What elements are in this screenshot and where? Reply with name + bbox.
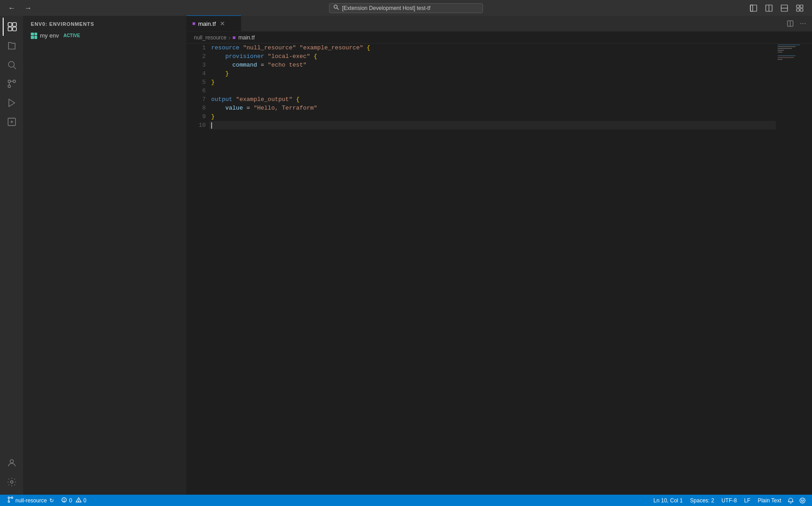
env-item[interactable]: my env ACTIVE	[24, 30, 186, 41]
token	[264, 53, 268, 60]
line-number-2: 2	[187, 52, 206, 61]
status-branch[interactable]: null-resource ↻	[4, 496, 58, 504]
sidebar-item-extensions-bar[interactable]	[3, 113, 21, 131]
code-line-10	[209, 121, 776, 130]
svg-rect-8	[797, 5, 799, 8]
svg-point-0	[334, 5, 337, 8]
breadcrumb-folder: null_resource	[194, 34, 227, 41]
encoding-text: UTF-8	[721, 497, 737, 504]
split-editor-right-button[interactable]	[785, 18, 796, 29]
svg-point-28	[11, 497, 13, 499]
status-encoding[interactable]: UTF-8	[718, 497, 740, 504]
branch-icon	[7, 496, 14, 504]
sync-icon: ↻	[49, 497, 54, 504]
sidebar-toggle-button[interactable]	[747, 2, 760, 14]
breadcrumb-separator-1: ›	[228, 34, 231, 41]
activity-bar-bottom	[3, 454, 21, 495]
svg-point-38	[803, 500, 803, 500]
sidebar-item-search[interactable]	[3, 56, 21, 74]
status-errors[interactable]: 0 0	[58, 497, 90, 504]
sidebar-item-run-debug[interactable]	[3, 94, 21, 112]
language-text: Plain Text	[758, 497, 781, 504]
tab-main-tf[interactable]: ■ main.tf ✕	[187, 15, 241, 31]
tab-close-button[interactable]: ✕	[218, 19, 227, 28]
tab-filename: main.tf	[198, 20, 216, 27]
sidebar-item-account[interactable]	[3, 454, 21, 472]
svg-point-18	[8, 85, 10, 88]
code-line-1: resource "null_resource" "example_resour…	[209, 43, 776, 52]
text-cursor	[211, 122, 212, 129]
code-line-9: }	[209, 112, 776, 121]
status-position[interactable]: Ln 10, Col 1	[650, 497, 686, 504]
split-editor-button[interactable]	[778, 2, 791, 14]
status-spaces[interactable]: Spaces: 2	[686, 497, 718, 504]
svg-point-16	[8, 62, 14, 67]
sidebar-item-explorer[interactable]	[3, 37, 21, 55]
line-number-6: 6	[187, 87, 206, 95]
svg-rect-9	[800, 5, 803, 8]
code-line-6	[209, 87, 776, 95]
status-right: Ln 10, Col 1 Spaces: 2 UTF-8 LF Plain Te…	[650, 495, 808, 506]
svg-point-32	[64, 501, 64, 501]
sidebar-item-settings[interactable]	[3, 473, 21, 491]
token: output	[211, 96, 232, 103]
svg-rect-2	[750, 5, 753, 11]
search-bar[interactable]: [Extension Development Host] test-tf	[329, 3, 483, 13]
status-language[interactable]: Plain Text	[754, 497, 785, 504]
breadcrumb: null_resource › ■ main.tf	[187, 32, 812, 43]
line-ending-text: LF	[744, 497, 750, 504]
sidebar-item-extensions[interactable]	[3, 18, 21, 36]
token: }	[225, 70, 229, 77]
status-left: null-resource ↻ 0 0	[4, 496, 90, 504]
code-editor[interactable]: 12345678910 resource "null_resource" "ex…	[187, 43, 812, 495]
sidebar-item-source-control[interactable]	[3, 75, 21, 93]
more-actions-button[interactable]: ⋯	[798, 18, 808, 29]
env-grid-icon	[31, 33, 37, 39]
status-bar: null-resource ↻ 0 0 Ln 10, Col 1 Spaces:…	[0, 495, 812, 506]
tab-bar-right: ⋯	[785, 15, 812, 31]
line-number-3: 3	[187, 61, 206, 69]
env-name: my env	[40, 32, 59, 39]
token: value	[225, 105, 243, 111]
position-text: Ln 10, Col 1	[653, 497, 683, 504]
forward-button[interactable]: →	[22, 2, 34, 14]
error-count: 0	[69, 497, 72, 504]
svg-marker-21	[9, 99, 14, 107]
token: provisioner	[225, 53, 264, 60]
minimap	[776, 43, 812, 495]
code-content[interactable]: resource "null_resource" "example_resour…	[209, 43, 776, 495]
line-number-1: 1	[187, 43, 206, 52]
code-line-8: value = "Hello, Terraform"	[209, 104, 776, 112]
titlebar-nav: ← →	[5, 2, 34, 14]
token: {	[314, 53, 317, 60]
search-icon	[333, 4, 339, 12]
code-line-4: }	[209, 69, 776, 78]
feedback-button[interactable]	[797, 495, 808, 506]
editor-layout-button[interactable]	[762, 2, 776, 14]
svg-rect-15	[12, 27, 16, 31]
svg-rect-14	[8, 27, 11, 31]
titlebar: ← → [Extension Development Host] test-tf	[0, 0, 812, 16]
token: }	[211, 113, 215, 120]
activity-bar-top	[3, 18, 21, 453]
warning-count: 0	[83, 497, 87, 504]
token	[296, 44, 300, 51]
notifications-button[interactable]	[785, 495, 797, 506]
svg-point-24	[10, 481, 13, 483]
status-line-ending[interactable]: LF	[740, 497, 754, 504]
svg-rect-13	[12, 23, 16, 26]
token: }	[211, 79, 215, 86]
line-numbers: 12345678910	[187, 43, 209, 495]
back-button[interactable]: ←	[5, 2, 18, 14]
token: "example_output"	[236, 96, 293, 103]
token	[211, 105, 225, 111]
svg-point-20	[8, 80, 10, 83]
svg-point-23	[10, 460, 13, 463]
token: resource	[211, 44, 239, 51]
tab-file-icon: ■	[192, 20, 195, 27]
svg-point-29	[8, 497, 10, 499]
svg-point-19	[13, 80, 15, 83]
sidebar: ENV0: ENVIRONMENTS my env ACTIVE	[24, 16, 187, 495]
customize-layout-button[interactable]	[793, 2, 807, 14]
line-number-4: 4	[187, 69, 206, 78]
